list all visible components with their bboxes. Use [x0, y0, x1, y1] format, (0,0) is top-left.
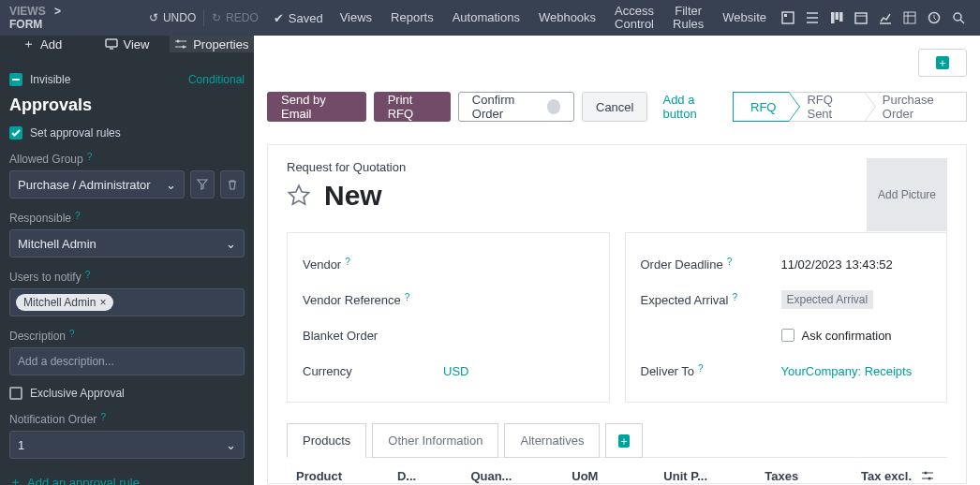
menu-filter-rules[interactable]: Filter Rules [663, 0, 713, 36]
add-approval-rule[interactable]: ＋ Add an approval rule [9, 474, 140, 485]
col-uom[interactable]: UoM [572, 469, 663, 483]
help-icon[interactable]: ? [69, 329, 75, 339]
users-notify-label: Users to notify? [9, 271, 245, 284]
sidebar: ＋ Add View Properties Invisible Conditio… [0, 36, 254, 485]
view-switcher [776, 4, 971, 32]
col-description[interactable]: D... [397, 469, 471, 483]
set-rules-checkbox[interactable] [9, 126, 22, 140]
currency-label: Currency [303, 364, 443, 378]
menu-views[interactable]: Views [331, 0, 381, 36]
print-rfq-button[interactable]: Print RFQ [374, 92, 451, 122]
tab-add[interactable]: ＋ [605, 423, 643, 458]
tag: Mitchell Admin × [16, 294, 113, 311]
sidebar-tab-add[interactable]: ＋ Add [0, 36, 84, 52]
svg-point-10 [177, 40, 180, 43]
help-icon[interactable]: ? [75, 211, 81, 221]
menu-reports[interactable]: Reports [381, 0, 443, 36]
help-icon[interactable]: ? [405, 292, 410, 302]
redo-button[interactable]: ↻ REDO [204, 4, 266, 32]
help-icon[interactable]: ? [732, 292, 737, 302]
vendor-ref-label: Vendor Reference? [303, 293, 443, 307]
breadcrumb-root[interactable]: VIEWS [9, 5, 46, 18]
conditional-link[interactable]: Conditional [188, 73, 245, 86]
ask-confirmation-checkbox[interactable] [781, 329, 794, 342]
svg-point-11 [183, 46, 186, 49]
main-area: ＋ Send by Email Print RFQ Confirm Order … [254, 36, 980, 485]
cancel-button[interactable]: Cancel [582, 92, 647, 122]
help-icon[interactable]: ? [85, 270, 91, 280]
menu-webhooks[interactable]: Webhooks [529, 0, 605, 36]
view-list-icon[interactable] [800, 4, 824, 32]
remove-tag-icon[interactable]: × [99, 296, 106, 309]
form-sheet: Request for Quotation New Add Picture Ve… [267, 144, 967, 484]
sidebar-tab-view[interactable]: View [84, 36, 169, 52]
tab-products[interactable]: Products [287, 423, 366, 458]
svg-rect-9 [106, 39, 117, 47]
allowed-group-select[interactable]: Purchase / Administrator ⌄ [9, 170, 185, 198]
chevron-down-icon: ⌄ [226, 237, 236, 251]
add-picture[interactable]: Add Picture [867, 158, 947, 231]
svg-point-13 [928, 478, 931, 480]
invisible-checkbox[interactable] [9, 73, 22, 86]
view-form-icon[interactable] [776, 4, 800, 32]
view-calendar-icon[interactable] [849, 4, 873, 32]
filter-icon[interactable] [190, 170, 215, 198]
menu-automations[interactable]: Automations [443, 0, 529, 36]
doc-name[interactable]: New [324, 180, 382, 212]
col-quantity[interactable]: Quan... [470, 469, 572, 483]
add-smart-button[interactable]: ＋ [918, 49, 967, 77]
view-graph-icon[interactable] [873, 4, 898, 32]
col-unit-price[interactable]: Unit P... [663, 469, 765, 483]
sidebar-tab-properties[interactable]: Properties [170, 36, 254, 52]
description-input[interactable]: Add a description... [9, 347, 245, 375]
status-bar: RFQ RFQ Sent Purchase Order [733, 92, 967, 122]
confirm-order-button[interactable]: Confirm Order [458, 92, 574, 122]
status-rfq[interactable]: RFQ [733, 92, 789, 122]
currency-value[interactable]: USD [443, 364, 468, 378]
responsible-select[interactable]: Mitchell Admin ⌄ [9, 229, 245, 257]
svg-rect-2 [831, 12, 835, 23]
send-email-button[interactable]: Send by Email [267, 92, 366, 122]
status-purchase-order[interactable]: Purchase Order [865, 92, 967, 122]
table-header: Product D... Quan... UoM Unit P... Taxes… [287, 457, 947, 483]
col-taxes[interactable]: Taxes [765, 469, 847, 483]
tab-alternatives[interactable]: Alternatives [504, 423, 600, 458]
help-icon[interactable]: ? [100, 412, 106, 422]
notif-order-label: Notification Order? [9, 413, 245, 426]
deadline-label: Order Deadline? [641, 257, 781, 272]
col-product[interactable]: Product [296, 469, 397, 483]
help-icon[interactable]: ? [87, 152, 93, 162]
plus-square-icon: ＋ [936, 56, 949, 69]
help-icon[interactable]: ? [345, 257, 350, 267]
help-icon[interactable]: ? [698, 363, 704, 374]
add-button-link[interactable]: Add a button [662, 93, 725, 121]
plus-square-icon: ＋ [618, 434, 630, 448]
columns-settings-icon[interactable] [921, 469, 938, 483]
invisible-label: Invisible [30, 73, 70, 86]
notif-order-select[interactable]: 1 ⌄ [9, 431, 245, 459]
menu-access-control[interactable]: Access Control [605, 0, 663, 36]
users-notify-input[interactable]: Mitchell Admin × [9, 288, 245, 316]
view-search-icon[interactable] [946, 4, 971, 32]
deliver-to-value[interactable]: YourCompany: Receipts [781, 364, 913, 378]
tab-other-information[interactable]: Other Information [372, 423, 498, 458]
star-icon[interactable] [287, 184, 311, 208]
svg-rect-1 [784, 14, 787, 17]
view-gantt-icon[interactable] [922, 4, 946, 32]
status-rfq-sent[interactable]: RFQ Sent [789, 92, 864, 122]
svg-rect-0 [782, 12, 794, 23]
trash-icon[interactable] [220, 170, 245, 198]
breadcrumb[interactable]: VIEWS > FORM [9, 5, 87, 31]
svg-rect-5 [855, 13, 867, 23]
undo-button[interactable]: ↺ UNDO [141, 4, 203, 32]
view-pivot-icon[interactable] [898, 4, 922, 32]
help-icon[interactable]: ? [727, 257, 733, 267]
col-tax-excl[interactable]: Tax excl. [848, 469, 922, 483]
menu-website[interactable]: Website [713, 0, 776, 36]
deadline-value[interactable]: 11/02/2023 13:43:52 [781, 257, 893, 272]
view-kanban-icon[interactable] [824, 4, 849, 32]
check-icon: ✔ [274, 11, 284, 25]
exclusive-checkbox[interactable] [9, 387, 22, 400]
avatar-icon [547, 99, 560, 114]
expected-placeholder[interactable]: Expected Arrival [781, 290, 874, 309]
